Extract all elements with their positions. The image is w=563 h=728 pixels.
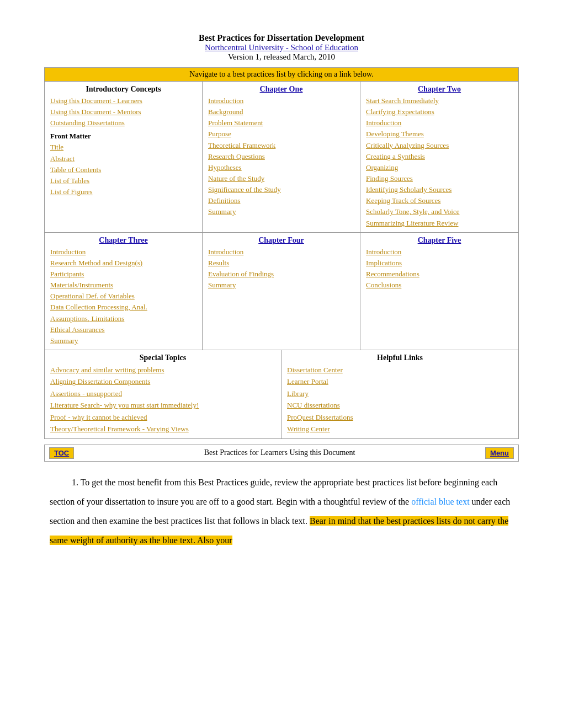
helpful-links-cell: Helpful Links Dissertation Center Learne… xyxy=(282,350,518,438)
toc-bar-title: Best Practices for Learners Using this D… xyxy=(74,448,485,457)
ch2-start-search[interactable]: Start Search Immediately xyxy=(366,95,513,106)
nav-link-abstract[interactable]: Abstract xyxy=(50,153,196,164)
nav-link-title[interactable]: Title xyxy=(50,142,196,153)
nav-row-2: Chapter Three Introduction Research Meth… xyxy=(45,233,518,350)
ch3-research-method[interactable]: Research Method and Design(s) xyxy=(50,258,196,269)
helpful-links-header: Helpful Links xyxy=(287,354,513,362)
hl-learner-portal[interactable]: Learner Portal xyxy=(287,376,513,387)
st-literature-search[interactable]: Literature Search- why you must start im… xyxy=(50,399,275,411)
document-header: Best Practices for Dissertation Developm… xyxy=(44,33,519,62)
ch2-keeping-track[interactable]: Keeping Track of Sources xyxy=(366,195,513,206)
chapter-four-cell: Chapter Four Introduction Results Evalua… xyxy=(203,233,360,350)
ch4-introduction[interactable]: Introduction xyxy=(208,247,354,258)
chapter-three-cell: Chapter Three Introduction Research Meth… xyxy=(45,233,203,350)
ch1-theoretical-framework[interactable]: Theoretical Framework xyxy=(208,140,354,151)
introductory-header: Introductory Concepts xyxy=(50,85,196,94)
ch1-purpose[interactable]: Purpose xyxy=(208,129,354,140)
nav-link-mentors[interactable]: Using this Document - Mentors xyxy=(50,106,196,117)
ch1-definitions[interactable]: Definitions xyxy=(208,195,354,206)
ch3-materials[interactable]: Materials/Instruments xyxy=(50,280,196,291)
ch5-recommendations[interactable]: Recommendations xyxy=(366,269,513,280)
chapter-three-header: Chapter Three xyxy=(50,236,196,245)
hl-library[interactable]: Library xyxy=(287,388,513,399)
chapter-five-cell: Chapter Five Introduction Implications R… xyxy=(360,233,518,350)
ch5-implications[interactable]: Implications xyxy=(366,258,513,269)
nav-row-3: Special Topics Advocacy and similar writ… xyxy=(45,350,518,438)
blue-text: official blue text xyxy=(411,497,469,506)
st-advocacy[interactable]: Advocacy and similar writing problems xyxy=(50,364,275,376)
chapter-five-link[interactable]: Chapter Five xyxy=(418,236,461,244)
body-content: 1. To get the most benefit from this Bes… xyxy=(44,473,519,550)
hl-ncu-dissertations[interactable]: NCU dissertations xyxy=(287,399,513,411)
st-proof[interactable]: Proof - why it cannot be achieved xyxy=(50,411,275,423)
ch5-conclusions[interactable]: Conclusions xyxy=(366,280,513,291)
ch3-participants[interactable]: Participants xyxy=(50,269,196,280)
ch2-organizing[interactable]: Organizing xyxy=(366,162,513,173)
chapter-three-link[interactable]: Chapter Three xyxy=(99,236,147,244)
ch2-finding-sources[interactable]: Finding Sources xyxy=(366,173,513,184)
st-theory[interactable]: Theory/Theoretical Framework - Varying V… xyxy=(50,423,275,435)
ch3-data-collection[interactable]: Data Collection Processing, Anal. xyxy=(50,302,196,313)
special-topics-cell: Special Topics Advocacy and similar writ… xyxy=(45,350,282,438)
ch3-ethical[interactable]: Ethical Assurances xyxy=(50,324,196,335)
ch2-summarizing[interactable]: Summarizing Literature Review xyxy=(366,218,513,229)
ch2-developing-themes[interactable]: Developing Themes xyxy=(366,129,513,140)
nav-link-toc[interactable]: Table of Contents xyxy=(50,164,196,175)
st-aligning[interactable]: Aligning Dissertation Components xyxy=(50,376,275,387)
chapter-two-link[interactable]: Chapter Two xyxy=(418,85,461,93)
chapter-four-link[interactable]: Chapter Four xyxy=(258,236,304,244)
ch2-scholarly-tone[interactable]: Scholarly Tone, Style, and Voice xyxy=(366,206,513,217)
hl-writing-center[interactable]: Writing Center xyxy=(287,423,513,435)
university-link[interactable]: Northcentral University - School of Educ… xyxy=(205,43,358,52)
front-matter-header: Front Matter xyxy=(50,132,196,141)
ch1-problem-statement[interactable]: Problem Statement xyxy=(208,117,354,129)
ch1-hypotheses[interactable]: Hypotheses xyxy=(208,162,354,173)
special-topics-header: Special Topics xyxy=(50,354,275,362)
nav-link-lot[interactable]: List of Tables xyxy=(50,175,196,186)
ch2-clarifying[interactable]: Clarifying Expectations xyxy=(366,106,513,117)
chapter-two-header: Chapter Two xyxy=(366,85,513,94)
ch4-summary[interactable]: Summary xyxy=(208,280,354,291)
ch2-introduction[interactable]: Introduction xyxy=(366,117,513,129)
nav-link-outstanding[interactable]: Outstanding Dissertations xyxy=(50,117,196,129)
ch1-research-questions[interactable]: Research Questions xyxy=(208,151,354,162)
nav-row-1: Introductory Concepts Using this Documen… xyxy=(45,82,518,233)
menu-button[interactable]: Menu xyxy=(485,447,514,459)
hl-proquest[interactable]: ProQuest Dissertations xyxy=(287,411,513,423)
toc-button[interactable]: TOC xyxy=(49,447,74,459)
document-title: Best Practices for Dissertation Developm… xyxy=(44,33,519,43)
ch1-significance[interactable]: Significance of the Study xyxy=(208,184,354,195)
ch5-introduction[interactable]: Introduction xyxy=(366,247,513,258)
ch1-introduction[interactable]: Introduction xyxy=(208,95,354,106)
st-assertions[interactable]: Assertions - unsupported xyxy=(50,388,275,399)
chapter-five-header: Chapter Five xyxy=(366,236,513,245)
chapter-four-header: Chapter Four xyxy=(208,236,354,245)
nav-banner: Navigate to a best practices list by cli… xyxy=(45,68,518,82)
ch1-summary[interactable]: Summary xyxy=(208,206,354,217)
version-text: Version 1, released March, 2010 xyxy=(44,52,519,62)
nav-link-lof[interactable]: List of Figures xyxy=(50,186,196,197)
ch3-assumptions[interactable]: Assumptions, Limitations xyxy=(50,313,196,324)
ch3-operational-def[interactable]: Operational Def. of Variables xyxy=(50,291,196,302)
ch4-evaluation[interactable]: Evaluation of Findings xyxy=(208,269,354,280)
ch1-nature[interactable]: Nature of the Study xyxy=(208,173,354,184)
ch2-critically-analyzing[interactable]: Critically Analyzing Sources xyxy=(366,140,513,151)
nav-link-learners[interactable]: Using this Document - Learners xyxy=(50,95,196,106)
ch2-identifying-scholarly[interactable]: Identifying Scholarly Sources xyxy=(366,184,513,195)
hl-dissertation-center[interactable]: Dissertation Center xyxy=(287,364,513,376)
ch3-introduction[interactable]: Introduction xyxy=(50,247,196,258)
chapter-two-cell: Chapter Two Start Search Immediately Cla… xyxy=(360,82,518,232)
ch2-creating-synthesis[interactable]: Creating a Synthesis xyxy=(366,151,513,162)
ch4-results[interactable]: Results xyxy=(208,258,354,269)
ch1-background[interactable]: Background xyxy=(208,106,354,117)
body-paragraph: 1. To get the most benefit from this Bes… xyxy=(50,473,513,550)
chapter-one-cell: Chapter One Introduction Background Prob… xyxy=(203,82,360,232)
nav-table: Navigate to a best practices list by cli… xyxy=(44,67,519,439)
introductory-cell: Introductory Concepts Using this Documen… xyxy=(45,82,203,232)
toc-bar: TOC Best Practices for Learners Using th… xyxy=(44,445,519,462)
chapter-one-header: Chapter One xyxy=(208,85,354,94)
chapter-one-link[interactable]: Chapter One xyxy=(260,85,303,93)
ch3-summary[interactable]: Summary xyxy=(50,335,196,346)
